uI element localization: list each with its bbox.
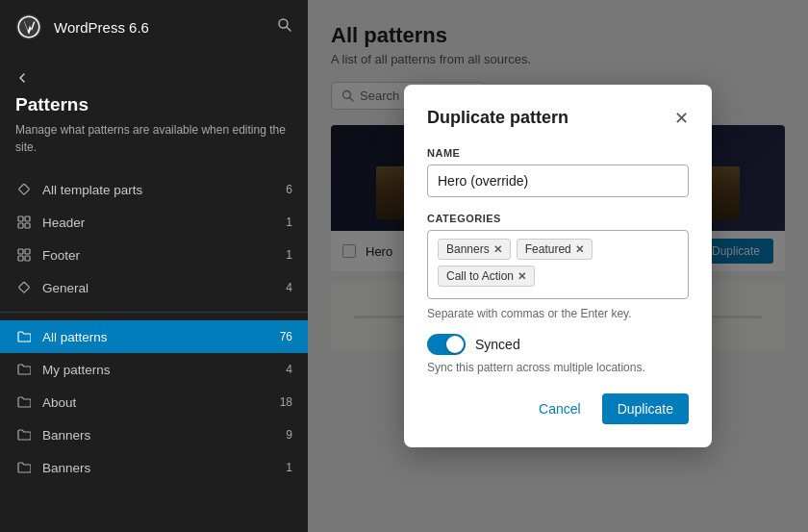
main-content: All patterns A list of all patterns from…	[308, 0, 808, 532]
categories-hint: Separate with commas or the Enter key.	[427, 307, 689, 320]
tag-remove-call-to-action[interactable]: ✕	[518, 270, 526, 283]
tag-call-to-action: Call to Action ✕	[438, 266, 535, 287]
cancel-button[interactable]: Cancel	[527, 393, 593, 424]
sidebar-item-general[interactable]: General 4	[0, 271, 308, 304]
svg-rect-6	[18, 223, 23, 228]
svg-rect-10	[18, 256, 23, 261]
folder-icon	[15, 459, 33, 476]
svg-rect-12	[18, 282, 29, 292]
main-inner: All patterns A list of all patterns from…	[308, 0, 808, 532]
toggle-knob	[446, 336, 464, 353]
back-link[interactable]	[0, 65, 308, 94]
nav-count: 18	[280, 395, 292, 409]
sidebar-item-label: Header	[42, 215, 85, 230]
nav-count: 9	[286, 428, 292, 442]
sidebar-item-about[interactable]: About 18	[0, 386, 308, 418]
svg-point-0	[16, 14, 41, 39]
svg-rect-3	[18, 184, 29, 194]
duplicate-pattern-modal: Duplicate pattern ✕ NAME CATEGORIES Bann…	[404, 85, 712, 447]
tag-banners: Banners ✕	[438, 239, 511, 260]
search-icon[interactable]	[277, 17, 292, 37]
sidebar-nav: Patterns Manage what patterns are availa…	[0, 54, 308, 484]
sidebar-item-header[interactable]: Header 1	[0, 206, 308, 239]
tag-row: Banners ✕ Featured ✕ Call to Action ✕	[438, 239, 678, 287]
modal-header: Duplicate pattern ✕	[427, 108, 689, 128]
modal-close-button[interactable]: ✕	[674, 110, 689, 127]
wp-logo-icon	[15, 13, 42, 40]
svg-rect-7	[25, 223, 30, 228]
grid-icon	[15, 214, 33, 231]
sidebar-item-all-template-parts[interactable]: All template parts 6	[0, 173, 308, 206]
modal-overlay: Duplicate pattern ✕ NAME CATEGORIES Bann…	[308, 0, 808, 532]
name-label: NAME	[427, 147, 689, 159]
nav-count: 1	[286, 248, 292, 262]
tag-remove-banners[interactable]: ✕	[493, 243, 502, 256]
sidebar-header: WordPress 6.6	[0, 0, 308, 54]
sync-toggle[interactable]	[427, 334, 466, 355]
tag-label: Call to Action	[446, 269, 514, 283]
folder-icon	[15, 393, 33, 411]
sidebar-item-label: About	[42, 395, 76, 410]
sidebar-item-footer[interactable]: Footer 1	[0, 239, 308, 271]
sidebar-item-my-patterns[interactable]: My patterns 4	[0, 353, 308, 386]
svg-rect-4	[18, 216, 23, 221]
nav-count: 4	[286, 281, 292, 294]
grid-icon	[15, 246, 33, 264]
tag-featured: Featured ✕	[517, 239, 593, 260]
app-name: WordPress 6.6	[54, 19, 149, 36]
nav-count: 1	[286, 461, 292, 474]
divider	[0, 312, 308, 313]
tag-label: Banners	[446, 242, 490, 256]
svg-rect-8	[18, 249, 23, 254]
sidebar: WordPress 6.6 Patterns Manage what patte…	[0, 0, 308, 532]
categories-box[interactable]: Banners ✕ Featured ✕ Call to Action ✕	[427, 230, 689, 299]
modal-actions: Cancel Duplicate	[427, 393, 689, 424]
svg-rect-5	[25, 216, 30, 221]
nav-count: 1	[286, 215, 292, 229]
sync-row: Synced	[427, 334, 689, 355]
section-title: Patterns	[0, 94, 308, 121]
diamond-icon	[15, 279, 33, 296]
diamond-icon	[15, 181, 33, 198]
nav-count: 4	[286, 363, 292, 376]
sidebar-item-label: Footer	[42, 248, 80, 263]
sidebar-item-label: My patterns	[42, 363, 111, 377]
nav-count: 6	[286, 183, 292, 196]
sidebar-item-banners[interactable]: Banners 9	[0, 418, 308, 451]
svg-rect-9	[25, 249, 30, 254]
folder-icon	[15, 426, 33, 443]
sidebar-item-label: Banners	[42, 428, 90, 443]
categories-label: CATEGORIES	[427, 213, 689, 224]
sidebar-item-label: All patterns	[42, 330, 108, 344]
nav-count: 76	[280, 330, 292, 343]
duplicate-confirm-button[interactable]: Duplicate	[602, 393, 689, 424]
sidebar-item-label: All template parts	[42, 183, 142, 197]
svg-line-2	[287, 27, 290, 31]
section-description: Manage what patterns are available when …	[0, 121, 308, 173]
name-input[interactable]	[427, 165, 689, 197]
modal-title: Duplicate pattern	[427, 108, 568, 128]
sidebar-item-label: General	[42, 281, 88, 295]
sync-description: Sync this pattern across multiple locati…	[427, 361, 689, 374]
sidebar-item-banners2[interactable]: Banners 1	[0, 451, 308, 484]
folder-icon	[15, 361, 33, 378]
sidebar-item-all-patterns[interactable]: All patterns 76	[0, 320, 308, 353]
svg-rect-11	[25, 256, 30, 261]
sidebar-item-label: Banners	[42, 461, 90, 475]
tag-label: Featured	[525, 242, 571, 256]
sync-label: Synced	[475, 337, 520, 352]
tag-remove-featured[interactable]: ✕	[575, 243, 584, 256]
folder-icon	[15, 328, 33, 345]
